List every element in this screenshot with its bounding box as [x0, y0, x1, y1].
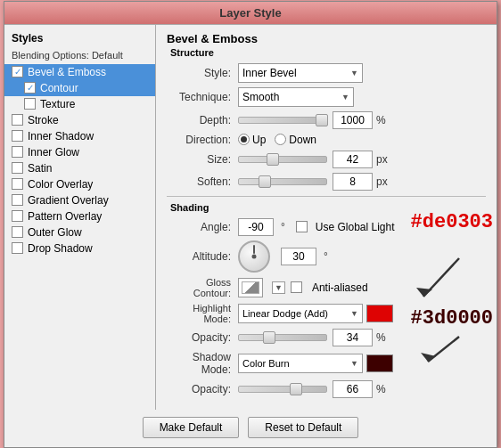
direction-row: Direction: Up Down [167, 134, 486, 146]
checkbox-inner-glow[interactable] [12, 146, 23, 158]
angle-label: Angle: [167, 221, 238, 233]
checkbox-satin[interactable] [12, 162, 23, 174]
direction-down-radio[interactable]: Down [275, 134, 316, 146]
highlight-opacity-input[interactable]: 34 [333, 329, 373, 346]
sidebar-item-texture[interactable]: Texture [4, 96, 155, 112]
checkbox-pattern-overlay[interactable] [12, 210, 23, 222]
checkbox-contour[interactable]: ✓ [24, 82, 36, 94]
highlight-opacity-row: Opacity: 34 % [167, 329, 486, 346]
shadow-opacity-unit: % [376, 383, 386, 395]
highlight-opacity-slider-track[interactable] [238, 334, 327, 341]
checkbox-drop-shadow[interactable] [12, 242, 23, 254]
sidebar-item-pattern-overlay[interactable]: Pattern Overlay [4, 208, 155, 224]
sidebar-item-bevel-emboss[interactable]: ✓ Bevel & Emboss [4, 64, 155, 80]
highlight-color-swatch[interactable] [366, 305, 393, 322]
soften-slider-track[interactable] [238, 178, 327, 185]
sidebar-item-drop-shadow[interactable]: Drop Shadow [4, 240, 155, 257]
soften-input[interactable]: 8 [333, 173, 373, 191]
sidebar-item-gradient-overlay[interactable]: Gradient Overlay [4, 192, 155, 208]
checkbox-gradient-overlay[interactable] [12, 194, 23, 206]
shadow-opacity-slider-track[interactable] [238, 386, 327, 393]
size-slider-track[interactable] [238, 156, 327, 163]
depth-unit: % [376, 114, 386, 126]
angle-row: Angle: -90 ° Use Global Light [167, 218, 486, 236]
size-label: Size: [167, 153, 238, 166]
divider [167, 196, 486, 197]
depth-slider-track[interactable] [238, 117, 327, 124]
technique-select[interactable]: Smooth ▼ [238, 87, 354, 107]
highlight-opacity-label: Opacity: [167, 331, 238, 344]
style-row: Style: Inner Bevel ▼ [167, 63, 486, 83]
title-bar: Layer Style [4, 2, 497, 25]
left-panel: Styles Blending Options: Default ✓ Bevel… [4, 25, 156, 410]
bottom-buttons: Make Default Reset to Default [4, 410, 497, 447]
direction-label: Direction: [167, 134, 238, 146]
altitude-input[interactable]: 30 [281, 248, 316, 265]
size-row: Size: 42 px [167, 151, 486, 168]
style-select[interactable]: Inner Bevel ▼ [238, 63, 363, 83]
direction-down-label: Down [289, 134, 316, 146]
contour-preview[interactable] [238, 278, 263, 297]
radio-up-circle[interactable] [238, 134, 250, 145]
style-label: Style: [167, 67, 238, 79]
blending-label: Blending Options: Default [4, 48, 155, 64]
window-title: Layer Style [219, 6, 281, 20]
checkbox-outer-glow[interactable] [12, 226, 23, 238]
right-panel: Bevel & Emboss Structure Style: Inner Be… [156, 25, 497, 410]
altitude-label: Altitude: [167, 250, 238, 263]
highlight-mode-select[interactable]: Linear Dodge (Add) ▼ [238, 304, 363, 323]
technique-value: Smooth [242, 91, 279, 103]
checkbox-texture[interactable] [24, 98, 36, 110]
checkbox-global-light[interactable] [296, 221, 308, 232]
sidebar-label-pattern-overlay: Pattern Overlay [28, 210, 102, 223]
soften-label: Soften: [167, 175, 238, 188]
contour-arrow-icon[interactable]: ▼ [272, 281, 285, 294]
direction-up-radio[interactable]: Up [238, 134, 266, 146]
make-default-button[interactable]: Make Default [143, 417, 240, 438]
sidebar-label-texture: Texture [40, 98, 75, 110]
depth-input[interactable]: 1000 [333, 111, 373, 129]
altitude-row: Altitude: 30 ° [167, 240, 486, 273]
checkbox-inner-shadow[interactable] [12, 130, 23, 142]
shadow-opacity-thumb[interactable] [290, 383, 302, 395]
shading-title: Shading [170, 202, 486, 213]
checkbox-anti-aliased[interactable] [291, 281, 302, 293]
depth-slider-thumb[interactable] [316, 114, 328, 126]
sidebar-label-bevel-emboss: Bevel & Emboss [28, 66, 106, 78]
radio-down-circle[interactable] [275, 134, 286, 145]
size-input[interactable]: 42 [333, 151, 373, 168]
angle-dot [252, 254, 257, 258]
sidebar-item-stroke[interactable]: Stroke [4, 112, 155, 128]
sidebar-item-color-overlay[interactable]: Color Overlay [4, 176, 155, 192]
shadow-mode-select[interactable]: Color Burn ▼ [238, 354, 363, 373]
bevel-emboss-title: Bevel & Emboss [167, 32, 486, 45]
shadow-mode-value: Color Burn [242, 358, 290, 369]
highlight-opacity-unit: % [376, 331, 386, 344]
checkbox-color-overlay[interactable] [12, 178, 23, 190]
use-global-light-label: Use Global Light [316, 221, 395, 233]
depth-label: Depth: [167, 114, 238, 126]
shadow-opacity-label: Opacity: [167, 383, 238, 395]
sidebar-item-inner-glow[interactable]: Inner Glow [4, 144, 155, 160]
angle-input[interactable]: -90 [238, 218, 274, 236]
highlight-mode-value: Linear Dodge (Add) [242, 308, 328, 319]
sidebar-item-contour[interactable]: ✓ Contour [4, 80, 155, 96]
sidebar-label-drop-shadow: Drop Shadow [28, 242, 93, 255]
reset-to-default-button[interactable]: Reset to Default [248, 417, 358, 438]
angle-wheel[interactable] [238, 240, 270, 273]
checkbox-stroke[interactable] [12, 114, 23, 126]
highlight-opacity-thumb[interactable] [263, 331, 275, 344]
shadow-color-swatch[interactable] [366, 354, 393, 372]
sidebar-item-inner-shadow[interactable]: Inner Shadow [4, 128, 155, 144]
size-slider-thumb[interactable] [267, 153, 279, 166]
shadow-mode-label: Shadow Mode: [167, 351, 238, 376]
angle-unit: ° [281, 221, 285, 233]
sidebar-label-outer-glow: Outer Glow [28, 226, 82, 239]
soften-slider-thumb[interactable] [259, 175, 271, 188]
shadow-opacity-input[interactable]: 66 [333, 380, 373, 398]
sidebar-item-satin[interactable]: Satin [4, 160, 155, 176]
style-value: Inner Bevel [242, 67, 297, 79]
sidebar-item-outer-glow[interactable]: Outer Glow [4, 224, 155, 240]
sidebar-label-color-overlay: Color Overlay [28, 178, 93, 191]
checkbox-bevel-emboss[interactable]: ✓ [12, 66, 23, 77]
